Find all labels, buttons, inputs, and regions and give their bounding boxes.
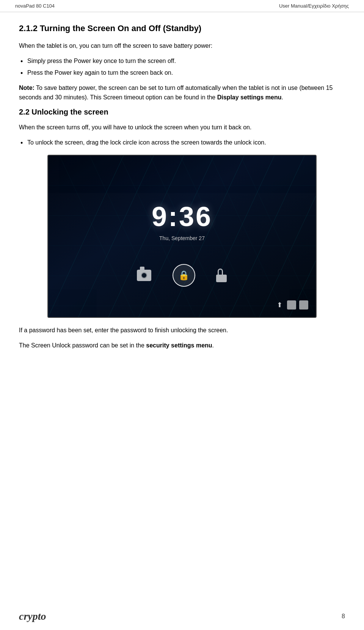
header-left: novaPad 80 C104 bbox=[15, 3, 55, 9]
header-right: User Manual/Εγχειρίδιο Χρήσης bbox=[279, 3, 349, 9]
lock-circle-icon: 🔒 bbox=[173, 264, 195, 287]
section1-intro: When the tablet is on, you can turn off … bbox=[19, 41, 345, 51]
screen-bottom-icons: ⬆ bbox=[275, 300, 308, 310]
unlock-icon bbox=[214, 268, 229, 283]
section1-bullets: Simply press the Power key once to turn … bbox=[19, 56, 345, 78]
camera-shape bbox=[137, 270, 151, 281]
square-icon bbox=[287, 300, 296, 310]
para3-bold: security settings menu bbox=[146, 342, 212, 349]
bullet-item: Press the Power key again to turn the sc… bbox=[19, 68, 345, 78]
unlock-body bbox=[216, 275, 227, 282]
para3-end: . bbox=[212, 342, 214, 349]
bullet-item: Simply press the Power key once to turn … bbox=[19, 56, 345, 66]
para3-start: The Screen Unlock password can be set in… bbox=[19, 342, 146, 349]
square-icon2 bbox=[299, 300, 308, 310]
section2-para3: The Screen Unlock password can be set in… bbox=[19, 341, 345, 350]
camera-icon bbox=[135, 266, 154, 285]
page-footer: crypto 8 bbox=[0, 610, 364, 622]
screen-date: Thu, September 27 bbox=[159, 235, 205, 241]
lock-symbol: 🔒 bbox=[178, 270, 190, 281]
page-number: 8 bbox=[342, 613, 345, 620]
camera-lens bbox=[141, 272, 147, 278]
lock-screen-icons: 🔒 bbox=[135, 264, 229, 287]
bullet-item: To unlock the screen, drag the lock circ… bbox=[19, 138, 345, 148]
footer-logo: crypto bbox=[19, 610, 46, 622]
section1-note: Note: To save battery power, the screen … bbox=[19, 83, 345, 102]
section2-para2: If a password has been set, enter the pa… bbox=[19, 325, 345, 335]
screen-time: 9:36 bbox=[152, 201, 212, 232]
unlock-shape bbox=[216, 269, 228, 282]
section2-bullets: To unlock the screen, drag the lock circ… bbox=[19, 138, 345, 148]
unlock-shackle bbox=[218, 269, 223, 275]
section2-title: 2.2 Unlocking the screen bbox=[19, 108, 345, 116]
section1-title: 2.1.2 Turning the Screen On and Off (Sta… bbox=[19, 24, 345, 33]
section2-para1: When the screen turns off, you will have… bbox=[19, 123, 345, 132]
arrow-icon: ⬆ bbox=[275, 300, 284, 310]
lock-screen-image: 9:36 Thu, September 27 🔒 bbox=[47, 155, 317, 318]
